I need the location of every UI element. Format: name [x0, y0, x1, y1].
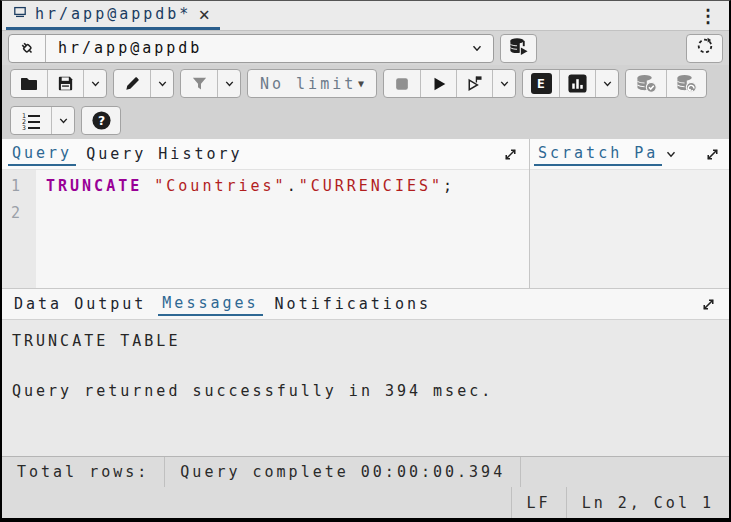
tab-messages[interactable]: Messages	[158, 293, 262, 316]
filter-group	[180, 69, 241, 98]
expand-scratch-pad-button[interactable]	[700, 146, 725, 163]
chevron-down-icon	[498, 77, 511, 90]
save-options-chevron[interactable]	[83, 70, 106, 97]
database-rollback-icon	[675, 73, 698, 94]
sql-editor[interactable]: 1 2 TRUNCATE "Countries"."CURRENCIES";	[2, 169, 529, 288]
scratch-pad-body[interactable]	[530, 169, 729, 288]
monitor-icon	[12, 4, 28, 24]
edit-group	[113, 69, 174, 98]
cursor-position: Ln 2, Col 1	[566, 487, 729, 518]
refresh-icon	[695, 36, 715, 60]
toolbar-secondary: 1 2 3 ?	[2, 102, 729, 139]
tab-title: hr/app@appdb*	[35, 5, 191, 23]
code-area[interactable]: TRUNCATE "Countries"."CURRENCIES";	[36, 170, 529, 288]
messages-output: TRUNCATE TABLE Query returned successful…	[2, 319, 729, 456]
query-tool-window: hr/app@appdb* × ⋮ hr/app@appdb	[0, 0, 731, 522]
explain-icon: E	[531, 73, 552, 94]
status-bar-primary: Total rows: Query complete 00:00:00.394	[2, 456, 729, 487]
chart-bars-icon	[567, 73, 588, 94]
commit-button[interactable]	[626, 70, 666, 97]
chevron-down-icon	[57, 114, 70, 127]
messages-text: TRUNCATE TABLE Query returned successful…	[2, 320, 729, 413]
pencil-icon	[123, 74, 142, 93]
chevron-down-icon	[664, 147, 678, 161]
macro-group: 1 2 3	[10, 106, 75, 135]
document-tab-bar: hr/app@appdb* × ⋮	[2, 1, 729, 31]
new-connection-button[interactable]	[500, 34, 537, 63]
chevron-down-icon	[156, 77, 169, 90]
tab-query-editor[interactable]: hr/app@appdb* ×	[6, 1, 220, 30]
explain-group: E	[522, 69, 619, 98]
code-line-1: TRUNCATE "Countries"."CURRENCIES";	[46, 173, 529, 200]
transaction-group	[625, 69, 707, 98]
explain-chevron[interactable]	[595, 70, 618, 97]
chevron-down-icon	[601, 77, 614, 90]
expand-query-panel-button[interactable]	[498, 146, 523, 163]
svg-text:3: 3	[22, 124, 26, 131]
line-number: 1	[11, 173, 36, 200]
expand-icon	[704, 146, 721, 163]
edit-button[interactable]	[114, 70, 150, 97]
sql-keyword: TRUNCATE	[46, 177, 142, 195]
database-commit-icon	[635, 73, 658, 94]
sql-identifier: "Countries"	[154, 177, 286, 195]
scratch-pad-chevron[interactable]	[664, 147, 678, 161]
connection-status-icon	[9, 35, 46, 62]
caret-down-icon: ▼	[358, 78, 364, 89]
tab-query[interactable]: Query	[8, 143, 76, 166]
expand-output-panel-button[interactable]	[696, 296, 721, 313]
query-panel: Query Query History 1 2 TRUNCATE "Countr…	[2, 139, 529, 288]
numbered-list-icon: 1 2 3	[20, 111, 42, 131]
scratch-pad-title[interactable]: Scratch Pa	[534, 143, 662, 166]
execute-button[interactable]	[420, 70, 456, 97]
help-button[interactable]: ?	[81, 106, 121, 135]
eol-indicator[interactable]: LF	[511, 487, 566, 518]
row-limit-select[interactable]: No limit ▼	[247, 69, 377, 98]
code-line-2	[46, 200, 529, 227]
stop-icon	[393, 75, 411, 93]
execute-chevron[interactable]	[492, 70, 515, 97]
execute-options-button[interactable]	[456, 70, 492, 97]
chevron-down-icon	[223, 77, 236, 90]
row-limit-value: No limit	[260, 75, 356, 93]
scratch-pad-header: Scratch Pa	[530, 139, 729, 169]
stop-button[interactable]	[384, 70, 420, 97]
rollback-button[interactable]	[666, 70, 706, 97]
folder-icon	[19, 74, 39, 94]
refresh-connection-button[interactable]	[686, 34, 723, 63]
macro-chevron[interactable]	[51, 107, 74, 134]
connection-bar: hr/app@appdb	[2, 31, 729, 65]
total-rows-label: Total rows:	[2, 457, 165, 487]
kebab-menu-icon[interactable]: ⋮	[687, 1, 729, 30]
scratch-pad-panel: Scratch Pa	[529, 139, 729, 288]
tab-data-output[interactable]: Data Output	[10, 294, 150, 315]
close-icon[interactable]: ×	[198, 5, 209, 24]
explain-analyze-button[interactable]	[559, 70, 595, 97]
help-icon: ?	[91, 110, 112, 131]
connection-select[interactable]: hr/app@appdb	[8, 34, 494, 63]
database-new-connection-icon	[508, 36, 529, 60]
svg-text:?: ?	[97, 113, 104, 128]
tab-notifications[interactable]: Notifications	[271, 294, 435, 315]
line-number: 2	[11, 200, 36, 227]
filter-options-chevron[interactable]	[217, 70, 240, 97]
line-number-gutter: 1 2	[2, 170, 36, 288]
save-icon	[56, 74, 75, 93]
explain-button[interactable]: E	[523, 70, 559, 97]
play-icon	[430, 75, 448, 93]
tab-query-history[interactable]: Query History	[82, 144, 246, 165]
status-bar-secondary: LF Ln 2, Col 1	[2, 487, 729, 518]
query-panel-tabs: Query Query History	[2, 139, 529, 169]
filter-icon	[190, 74, 209, 93]
sql-identifier: "CURRENCIES"	[299, 177, 443, 195]
query-complete-status: Query complete 00:00:00.394	[165, 457, 521, 487]
save-file-button[interactable]	[47, 70, 83, 97]
filter-button[interactable]	[181, 70, 217, 97]
play-flag-icon	[465, 74, 484, 93]
macro-button[interactable]: 1 2 3	[11, 107, 51, 134]
expand-icon	[700, 296, 717, 313]
open-file-button[interactable]	[11, 70, 47, 97]
edit-options-chevron[interactable]	[150, 70, 173, 97]
file-group	[10, 69, 107, 98]
execute-group	[383, 69, 516, 98]
